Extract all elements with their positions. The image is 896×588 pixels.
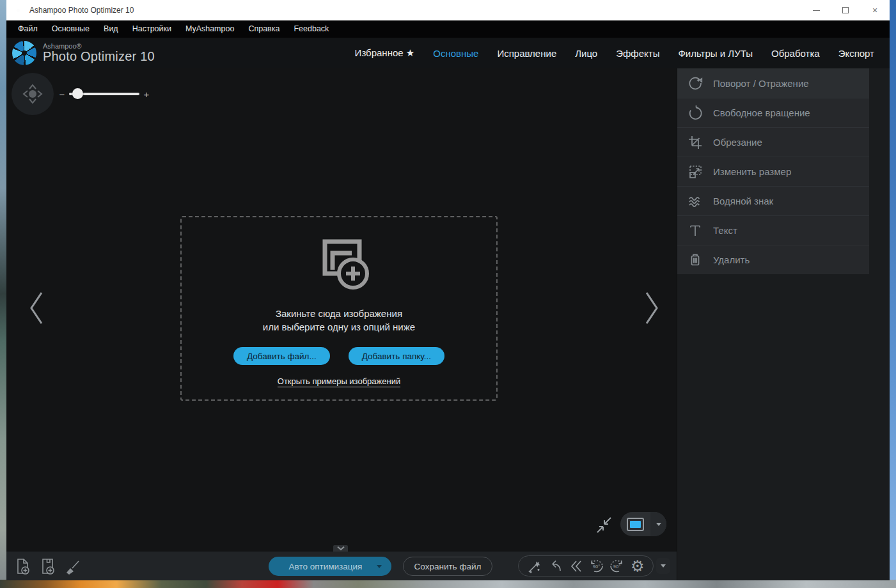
edit-actions-cluster: 90° 90° ⚙ [518,555,654,576]
sidebar-item-crop[interactable]: Обрезание [677,127,869,157]
tab-face[interactable]: Лицо [575,48,597,59]
resize-icon [687,164,703,180]
drop-zone-line1: Закиньте сюда изображения [263,307,415,320]
view-mode-button[interactable] [620,512,666,536]
chevron-down-icon [656,523,661,526]
content-area: − + [6,68,890,580]
fit-to-screen-button[interactable] [595,516,614,538]
rotate-right-badge: 90° [613,564,620,569]
close-button[interactable]: × [860,0,890,20]
chevron-down-icon [336,546,345,551]
broom-icon [63,557,82,576]
zoom-out-label[interactable]: − [58,89,67,100]
trash-icon [687,252,703,268]
desktop-wallpaper-right [889,0,896,588]
rotate-left-badge: 90° [592,564,599,569]
chevron-down-icon [377,565,382,568]
menu-view[interactable]: Вид [97,20,125,38]
menu-settings[interactable]: Настройки [125,20,178,38]
open-examples-link[interactable]: Открыть примеры изображений [278,376,400,387]
sidebar-item-resize[interactable]: Изменить размер [677,157,869,186]
pan-control[interactable] [12,73,54,115]
close-icon: × [872,5,877,15]
drop-zone-buttons: Добавить файл... Добавить папку... [233,347,444,365]
tab-main[interactable]: Основные [433,48,478,59]
tab-favorites[interactable]: Избранное ★ [355,47,415,59]
undo-all-icon [567,558,584,575]
tab-export[interactable]: Экспорт [838,48,874,59]
rotate-right-90-icon: 90° [608,557,625,575]
sidebar-item-label: Водяной знак [713,196,773,206]
image-drop-zone[interactable]: Закиньте сюда изображения или выберите о… [180,216,498,401]
menubar: Файл Основные Вид Настройки MyAshampoo С… [6,20,890,38]
sidebar-item-label: Свободное вращение [713,107,810,118]
tab-filters-luts[interactable]: Фильтры и ЛУТы [678,48,753,59]
sidebar-item-free-rotation[interactable]: Свободное вращение [677,98,869,127]
maximize-button[interactable] [831,0,860,20]
drop-zone-text: Закиньте сюда изображения или выберите о… [263,307,415,334]
settings-button[interactable]: ⚙ [629,557,647,575]
header: Ashampoo® Photo Optimizer 10 Избранное ★… [6,38,890,68]
fit-to-screen-icon [595,516,614,535]
menu-file[interactable]: Файл [11,20,45,38]
tools-panel: Поворот / Отражение Свободное вращение [677,68,869,274]
titlebar: Ashampoo Photo Optimizer 10 × [6,0,890,20]
sidebar-item-label: Поворот / Отражение [713,78,809,89]
menu-main[interactable]: Основные [45,20,97,38]
main-tabs: Избранное ★ Основные Исправление Лицо Эф… [355,47,890,59]
auto-optimize-button[interactable]: Авто оптимизация [269,557,391,576]
bottom-toolbar: Авто оптимизация Сохранить файл [6,552,677,580]
tab-processing[interactable]: Обработка [771,48,820,59]
tab-correction[interactable]: Исправление [497,48,556,59]
menu-myashampoo[interactable]: MyAshampoo [178,20,241,38]
tab-effects[interactable]: Эффекты [616,48,659,59]
rotate-left-90-button[interactable]: 90° [587,557,605,575]
auto-optimize-label: Авто оптимизация [289,562,363,571]
sidebar-item-text[interactable]: Текст [677,215,869,245]
cluster-dropdown-button[interactable] [656,558,670,574]
zoom-slider[interactable] [69,93,139,95]
minimize-button[interactable] [801,0,831,20]
rotate-left-90-icon: 90° [588,557,605,575]
add-file-button[interactable]: Добавить файл... [233,347,330,365]
sidebar-item-label: Удалить [713,254,750,265]
menu-feedback[interactable]: Feedback [287,20,336,38]
add-file-icon [13,557,32,576]
ashampoo-logo-icon [12,41,36,65]
crop-icon [687,134,703,151]
maximize-icon [842,7,849,13]
save-file-button[interactable]: Сохранить файл [403,557,492,576]
window-controls: × [801,0,890,20]
undo-button[interactable] [546,557,564,575]
pan-arrows-icon [12,73,54,115]
add-image-icon [308,236,370,291]
zoom-in-label[interactable]: + [142,89,151,100]
clean-icon-button[interactable] [62,556,83,576]
magic-wand-button[interactable] [525,557,543,575]
zoom-slider-thumb[interactable] [72,88,83,99]
sidebar-item-watermark[interactable]: Водяной знак [677,186,869,215]
add-folder-button[interactable]: Добавить папку... [349,347,444,365]
drop-zone-line2: или выберите одну из опций ниже [263,320,415,334]
previous-image-button[interactable] [26,289,47,327]
watermark-icon [687,193,703,210]
rotate-flip-icon [687,75,703,91]
magic-wand-icon [526,558,542,575]
view-mode-dropdown[interactable] [650,512,666,536]
next-image-button[interactable] [641,289,663,327]
sidebar-item-rotate-flip[interactable]: Поворот / Отражение [677,68,869,98]
add-folder-icon [38,557,57,576]
undo-all-button[interactable] [567,557,585,575]
free-rotate-icon [687,105,703,121]
toolbar-collapse-handle[interactable] [333,545,348,552]
minimize-icon [813,10,820,11]
sidebar-item-delete[interactable]: Удалить [677,245,869,274]
rotate-right-90-button[interactable]: 90° [608,557,625,575]
menu-help[interactable]: Справка [241,20,287,38]
text-icon [687,222,703,239]
app-window: Ashampoo Photo Optimizer 10 × Файл Основ… [6,0,890,580]
gear-icon: ⚙ [631,559,645,574]
add-file-icon-button[interactable] [12,556,33,576]
view-mode-current[interactable] [620,512,650,536]
add-folder-icon-button[interactable] [37,556,58,576]
